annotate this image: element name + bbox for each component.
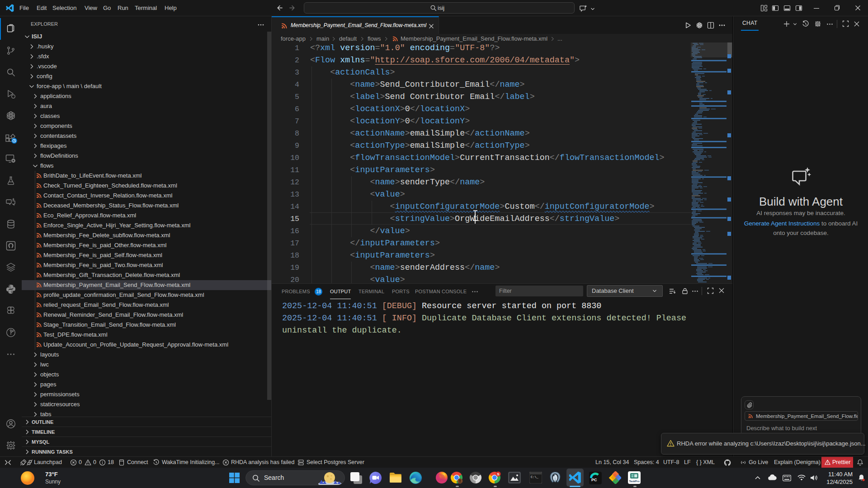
svg-text:PC: PC (591, 478, 597, 482)
svg-text:TaskPro: TaskPro (629, 480, 640, 483)
svg-text:S: S (497, 472, 500, 476)
svg-text:C:\_: C:\_ (531, 475, 539, 479)
